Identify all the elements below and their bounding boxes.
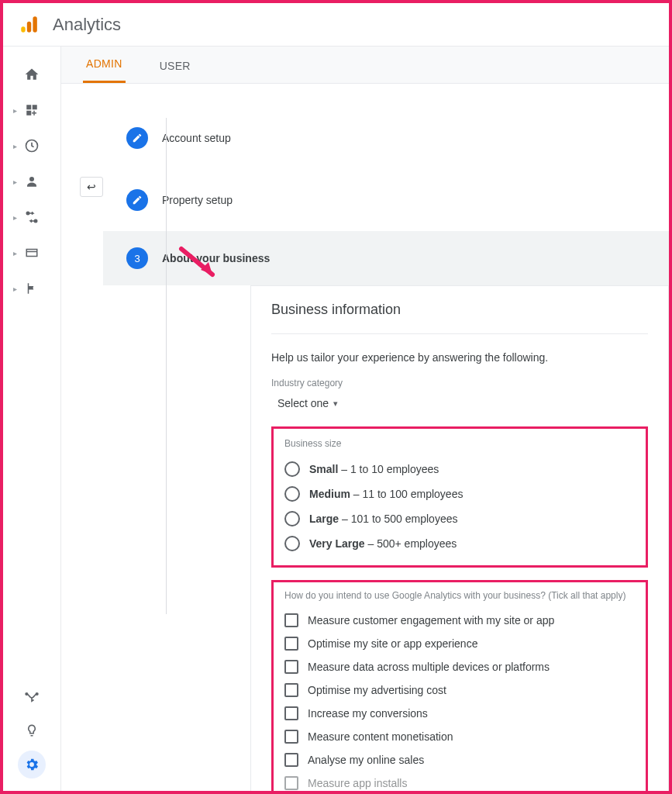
radio-icon [284,486,300,502]
size-medium-radio[interactable]: Medium – 11 to 100 employees [284,482,635,506]
intent-check-0[interactable]: Measure customer engagement with my site… [284,609,635,632]
intent-check-2[interactable]: Measure data across multiple devices or … [284,655,635,678]
size-very-large-radio[interactable]: Very Large – 500+ employees [284,531,635,556]
intent-check-3[interactable]: Optimise my advertising cost [284,678,635,702]
tab-admin[interactable]: ADMIN [83,47,126,83]
intent-check-5[interactable]: Measure content monetisation [284,725,635,748]
checkbox-icon [284,637,298,651]
attribution-icon[interactable] [16,685,47,710]
industry-category-select[interactable]: Select one [271,397,338,409]
intent-check-6[interactable]: Analyse my online sales [284,748,635,772]
svg-rect-5 [26,111,31,116]
radio-icon [284,536,300,551]
svg-rect-0 [21,26,25,33]
step-label: Account setup [162,132,231,144]
svg-rect-3 [26,105,31,109]
step-account-setup[interactable]: Account setup [126,107,669,169]
behavior-icon[interactable] [16,240,47,265]
size-small-radio[interactable]: Small – 1 to 10 employees [284,457,635,482]
edit-icon [126,189,148,211]
checkbox-icon [284,683,298,697]
step-property-setup[interactable]: Property setup [126,169,669,231]
help-text: Help us tailor your experience by answer… [271,351,648,364]
checkbox-icon [284,753,298,767]
home-icon[interactable] [16,62,47,87]
flag-icon[interactable] [16,276,47,301]
top-bar: Analytics [3,3,669,47]
checkbox-icon [284,776,298,790]
step-number-badge: 3 [126,247,148,269]
business-info-panel: Business information Help us tailor your… [250,285,669,791]
admin-gear-icon[interactable] [18,751,46,778]
discover-icon[interactable] [16,718,47,743]
svg-rect-4 [33,105,37,109]
radio-icon [284,461,300,477]
svg-point-13 [36,693,37,696]
analytics-logo-icon [19,15,39,35]
clock-icon[interactable] [16,133,47,158]
tab-user[interactable]: USER [157,49,194,83]
intent-check-4[interactable]: Increase my conversions [284,702,635,725]
intent-check-7[interactable]: Measure app installs [284,772,635,791]
business-size-box: Business size Small – 1 to 10 employees … [271,426,648,568]
edit-icon [126,127,148,149]
svg-rect-1 [27,21,31,32]
svg-rect-10 [26,250,37,257]
intent-check-1[interactable]: Optimise my site or app experience [284,632,635,655]
svg-point-7 [29,177,34,181]
svg-point-8 [26,212,29,214]
person-icon[interactable] [16,169,47,194]
svg-point-9 [34,219,36,222]
panel-title: Business information [271,302,648,334]
dashboard-icon[interactable] [16,98,47,123]
checkbox-icon [284,660,298,674]
checkbox-icon [284,706,298,720]
svg-point-12 [26,693,28,696]
step-label: Property setup [162,194,233,206]
radio-icon [284,511,300,526]
size-large-radio[interactable]: Large – 101 to 500 employees [284,506,635,531]
checkbox-icon [284,613,298,627]
admin-user-tabs: ADMIN USER [61,47,669,84]
back-button[interactable]: ↩ [80,177,103,197]
intent-label: How do you intend to use Google Analytic… [284,590,635,601]
left-sidebar [3,47,61,791]
svg-rect-2 [33,16,36,33]
conversions-icon[interactable] [16,205,47,230]
app-title: Analytics [53,15,121,35]
industry-category-label: Industry category [271,378,648,388]
intent-box: How do you intend to use Google Analytic… [271,580,648,791]
stepper-rail [166,118,167,614]
annotation-arrow-icon [177,245,224,284]
business-size-label: Business size [284,438,635,449]
checkbox-icon [284,730,298,744]
